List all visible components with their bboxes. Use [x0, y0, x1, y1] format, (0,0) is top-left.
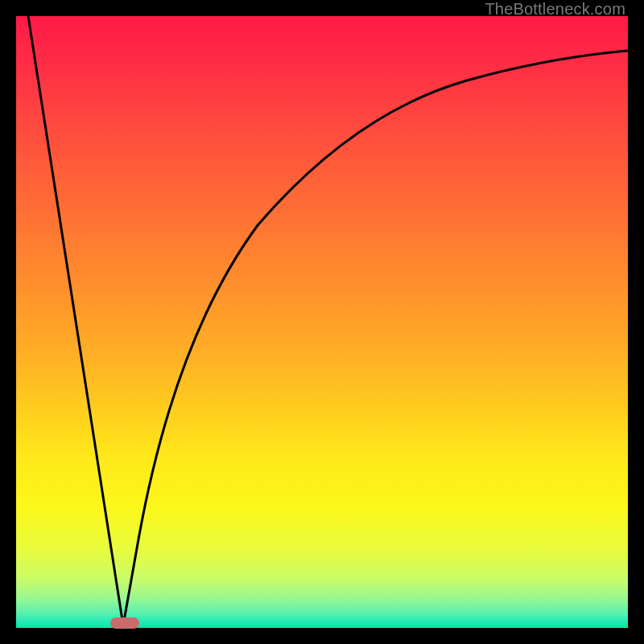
- optimal-marker: [110, 617, 139, 629]
- bottleneck-curve: [16, 16, 628, 628]
- curve-left-branch: [28, 16, 123, 625]
- chart-frame: TheBottleneck.com: [0, 0, 644, 644]
- watermark-text: TheBottleneck.com: [485, 0, 625, 19]
- curve-right-branch: [123, 51, 628, 625]
- plot-area: [16, 16, 628, 628]
